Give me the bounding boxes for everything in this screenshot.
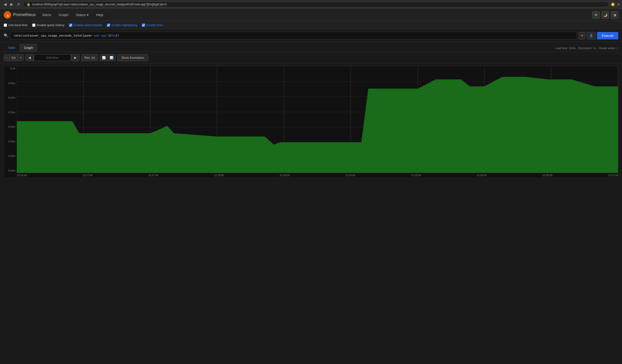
reload-button[interactable]: ↺ [15,2,21,7]
forward-button[interactable]: ▶ [9,2,15,7]
duration-plus-button[interactable]: + [18,55,23,61]
x-label-5: 12:19:00 [345,174,355,177]
query-actions: ≡ 👤 Execute [579,32,618,39]
theme-moon-icon-btn[interactable]: 🌙 [602,11,609,19]
y-label-1: 0.30m [5,154,15,157]
query-bar: 🔍 rate(container_cpu_usage_seconds_total… [0,29,622,42]
x-label-2: 12:17:30 [148,174,158,177]
duration-minus-button[interactable]: – [4,55,10,61]
x-label-1: 12:17:00 [83,174,93,177]
x-label-0: 12:16:30 [17,174,27,177]
tabs-bar: Table Graph Load time: 31ms Resolution: … [0,42,622,52]
nav-buttons: ◀ ▶ ↺ [2,2,21,7]
show-exemplars-button[interactable]: Show Exemplars [117,54,148,61]
back-button[interactable]: ◀ [2,2,8,7]
y-label-4: 0.15m [5,111,15,114]
tab-table[interactable]: Table [4,44,19,52]
next-time-button[interactable]: ▶ [71,54,79,61]
chart-svg [17,66,618,173]
x-axis: 12:16:30 12:17:00 12:17:30 12:18:00 12:1… [17,173,618,178]
time-nav: ◀ ▶ [25,54,79,61]
nav-status[interactable]: Status ▾ [74,12,91,18]
url-text: localhost:9090/graph?g0.expr=rate(contai… [32,3,167,6]
enable-autocomplete-input[interactable] [69,23,72,27]
chart-area: 0.35m 0.30m 0.25m 0.20m 0.15m 0.10m 0.05… [0,64,622,182]
header-right: ⚙ 🌙 ◑ [592,11,618,19]
nav-help[interactable]: Help [94,12,105,18]
tab-graph[interactable]: Graph [20,44,37,52]
prev-time-button[interactable]: ◀ [25,54,34,61]
address-bar[interactable]: 🔒 localhost:9090/graph?g0.expr=rate(cont… [23,1,609,7]
enable-highlighting-label: Enable highlighting [112,23,137,27]
nav-graph[interactable]: Graph [57,12,70,18]
use-local-time-label: Use local time [8,23,28,27]
x-label-4: 12:18:30 [279,174,290,177]
stacked-chart-button[interactable]: 📊 [108,55,115,61]
enable-query-history-checkbox[interactable]: Enable query history [32,23,65,27]
enable-highlighting-checkbox[interactable]: Enable highlighting [107,23,137,27]
enable-linter-label: Enable linter [147,23,163,27]
execute-button[interactable]: Execute [597,32,618,39]
enable-linter-input[interactable] [142,23,145,27]
logo: 🔥 Prometheus [4,11,36,19]
x-label-9: 12:21:00 [608,174,618,177]
chevron-down-icon: ▾ [87,13,89,17]
end-time-input[interactable] [34,54,71,61]
query-input-container[interactable]: rate(container_cpu_usage_seconds_total{p… [10,32,577,39]
duration-control: – 5m + [4,54,23,61]
search-icon: 🔍 [4,33,8,38]
y-label-3: 0.20m [5,125,15,128]
bookmark-icon[interactable]: ⭐ [611,2,615,6]
line-chart-button[interactable]: 📈 [100,55,108,61]
prometheus-logo-icon: 🔥 [4,11,11,19]
user-icon-btn[interactable]: 👤 [587,32,596,39]
x-label-8: 12:20:30 [543,174,552,177]
nav-alerts[interactable]: Alerts [40,12,53,18]
chart-inner [17,66,618,173]
browser-chrome: ◀ ▶ ↺ 🔒 localhost:9090/graph?g0.expr=rat… [0,0,622,9]
use-local-time-checkbox[interactable]: Use local time [4,23,28,27]
chart-container: 0.35m 0.30m 0.25m 0.20m 0.15m 0.10m 0.05… [4,66,618,178]
resolution-button[interactable]: Res. (s) [81,54,98,61]
app-title: Prometheus [13,12,36,17]
enable-linter-checkbox[interactable]: Enable linter [142,23,163,27]
x-label-3: 12:18:00 [214,174,224,177]
load-time: Load time: 31ms [555,47,576,50]
y-axis: 0.35m 0.30m 0.25m 0.20m 0.15m 0.10m 0.05… [4,66,17,173]
x-label-6: 12:19:30 [411,174,421,177]
browser-icons: ⭐ ≡ [611,2,620,6]
toolbar: Use local time Enable query history Enab… [0,21,622,29]
x-label-7: 12:20:00 [477,174,487,177]
use-local-time-input[interactable] [4,23,7,27]
enable-query-history-input[interactable] [32,23,36,27]
app-header: 🔥 Prometheus Alerts Graph Status ▾ Help … [0,9,622,21]
nav-menu: Alerts Graph Status ▾ Help [40,12,105,18]
enable-autocomplete-label: Enable autocomplete [74,23,102,27]
list-icon-btn[interactable]: ≡ [579,32,586,39]
chart-type-control: 📈 📊 [100,54,116,61]
y-label-7: 0.00 [5,67,15,70]
settings-icon-btn[interactable]: ⚙ [592,11,600,19]
y-label-0: 0.35m [5,169,15,172]
enable-highlighting-input[interactable] [107,23,110,27]
result-series: Result series: 1 [599,47,618,50]
y-label-2: 0.25m [5,140,15,143]
tab-meta: Load time: 31ms Resolution: 1s Result se… [555,47,618,52]
query-text: rate(container_cpu_usage_seconds_total{p… [13,34,119,37]
y-label-6: 0.05m [5,82,15,85]
enable-autocomplete-checkbox[interactable]: Enable autocomplete [69,23,102,27]
enable-query-history-label: Enable query history [37,23,65,27]
graph-controls: – 5m + ◀ ▶ Res. (s) 📈 📊 Show Exemplars [0,52,622,64]
y-label-5: 0.10m [5,96,15,99]
theme-contrast-icon-btn[interactable]: ◑ [611,11,618,19]
duration-value[interactable]: 5m [10,55,18,61]
menu-icon[interactable]: ≡ [618,2,620,6]
resolution: Resolution: 1s [578,47,596,50]
